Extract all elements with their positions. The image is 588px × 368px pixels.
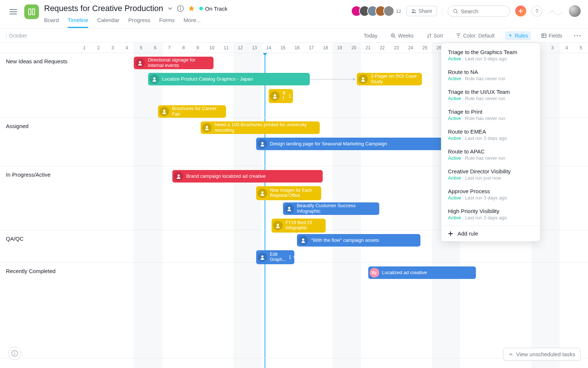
zoom-select[interactable]: Weeks	[388, 31, 417, 40]
svg-point-17	[577, 35, 578, 36]
hamburger-menu-icon[interactable]	[7, 6, 19, 18]
rule-item[interactable]: Route to NAActive · Rule has never run	[441, 65, 540, 85]
tab-progress[interactable]: Progress	[128, 17, 150, 28]
tab-forms[interactable]: Forms	[159, 17, 175, 28]
share-button[interactable]: Share	[406, 6, 437, 16]
task-bar[interactable]: Localize Product Catalog Graphics - Japa…	[148, 73, 310, 85]
task-bar[interactable]: New Images for Each Regional Office	[256, 186, 322, 200]
add-rule-button[interactable]: Add rule	[441, 226, 540, 241]
search-field[interactable]	[461, 8, 505, 14]
add-rule-label: Add rule	[458, 230, 478, 237]
assignee-avatar	[284, 204, 294, 213]
task-bar[interactable]: B f1	[269, 89, 293, 103]
task-bar[interactable]: Directional signage for internal events	[134, 57, 213, 69]
date-cell: 10	[205, 43, 219, 53]
project-status[interactable]: On Track	[199, 6, 227, 12]
date-cell: 9	[191, 43, 205, 53]
task-title: Design landing page for Seasonal Marketi…	[270, 141, 387, 147]
search-input[interactable]	[448, 6, 510, 17]
task-bar[interactable]: 2-Pager on ROI Case Study	[357, 73, 422, 85]
rules-label: Rules	[515, 33, 528, 39]
assignee-avatar	[159, 107, 169, 116]
rule-item[interactable]: High Priority VisibilityActive · Last ru…	[441, 204, 540, 224]
date-cell: 25	[418, 43, 432, 53]
rule-item[interactable]: Triage to the Graphics TeamActive · Last…	[441, 45, 540, 65]
toolbar-more-icon[interactable]	[573, 33, 582, 38]
sort-icon	[427, 33, 431, 38]
section-label[interactable]: Assigned	[6, 123, 29, 129]
rule-item[interactable]: Approve ProcessActive · Last run 3 days …	[441, 184, 540, 204]
view-unscheduled-button[interactable]: View unscheduled tasks	[503, 348, 581, 361]
rule-item[interactable]: Route to EMEAActive · Last run 3 days ag…	[441, 125, 540, 145]
task-bar[interactable]: Need a 100 Brochures printed for univers…	[201, 121, 320, 134]
rule-item[interactable]: Triage to the UI/UX TeamActive · Rule ha…	[441, 85, 540, 105]
assignee-avatar	[174, 171, 183, 181]
task-bar[interactable]: "With the flow" campaign assets	[297, 234, 420, 247]
member-avatars[interactable]: 12	[354, 6, 401, 17]
svg-point-27	[261, 191, 263, 194]
tab-calendar[interactable]: Calendar	[97, 17, 119, 28]
add-button[interactable]	[515, 6, 526, 17]
search-icon	[453, 8, 458, 14]
rules-button[interactable]: Rules	[505, 31, 531, 40]
svg-point-6	[414, 10, 415, 11]
star-icon[interactable]	[188, 5, 195, 12]
date-cell: 14	[262, 43, 276, 53]
help-fab[interactable]	[8, 347, 21, 360]
svg-point-26	[178, 174, 180, 177]
color-button[interactable]: Color: Default	[453, 31, 498, 40]
people-icon	[411, 8, 416, 14]
date-cell: 11	[219, 43, 233, 53]
date-cell: 4	[120, 43, 134, 53]
task-title: Beautify Customer Success Infographic	[297, 203, 376, 214]
assignee-avatar	[135, 58, 145, 68]
svg-point-21	[362, 77, 364, 79]
help-button[interactable]: ?	[531, 6, 542, 17]
task-bar[interactable]: Beautify Customer Success Infographic	[283, 202, 380, 215]
info-icon[interactable]	[177, 5, 184, 12]
rule-name: Creative Director Visibility	[448, 168, 533, 174]
chevron-up-icon	[509, 352, 513, 357]
tab-more[interactable]: More...	[184, 17, 201, 28]
date-cell: 5	[574, 43, 588, 53]
svg-point-24	[206, 126, 208, 128]
rule-item[interactable]: Triage to PrintActive · Rule has never r…	[441, 105, 540, 125]
workspace-logo[interactable]	[548, 6, 564, 17]
svg-point-5	[412, 9, 414, 11]
project-icon[interactable]	[24, 4, 39, 19]
rule-item[interactable]: Route to APACActive · Rule has never run	[441, 145, 540, 164]
assignee-avatar	[258, 139, 267, 149]
today-button[interactable]: Today	[361, 31, 380, 40]
sort-button[interactable]: Sort	[424, 31, 446, 40]
section-label[interactable]: Recently Completed	[6, 268, 55, 274]
svg-point-25	[261, 142, 263, 144]
task-title: Brand campaign localized ad creative	[186, 174, 266, 179]
status-label: On Track	[205, 6, 227, 12]
date-cell: 24	[404, 43, 418, 53]
project-title[interactable]: Requests for Creative Production	[44, 4, 163, 13]
tab-board[interactable]: Board	[44, 17, 59, 28]
user-avatar[interactable]	[569, 5, 581, 17]
task-bar[interactable]: RyLocalized ad creative	[368, 266, 476, 279]
date-cell: 3	[545, 43, 560, 53]
section-label[interactable]: QA/QC	[6, 236, 24, 242]
chevron-down-icon[interactable]	[168, 6, 173, 11]
rule-item[interactable]: Creative Director VisibilityActive · Las…	[441, 164, 540, 184]
assignee-avatar	[358, 74, 368, 84]
lightning-icon	[508, 33, 513, 38]
task-title: "With the flow" campaign assets	[311, 238, 379, 243]
filter-icon	[456, 33, 461, 38]
date-cell: 15	[276, 43, 290, 53]
svg-line-8	[456, 12, 458, 13]
fields-button[interactable]: Fields	[538, 31, 565, 40]
section-label[interactable]: New Ideas and Requests	[6, 58, 68, 64]
rule-name: High Priority Visibility	[448, 208, 533, 214]
task-bar[interactable]: Edit Graph...1	[256, 250, 294, 264]
rule-meta: Active · Last run 3 days ago	[448, 135, 533, 141]
sort-label: Sort	[434, 33, 443, 39]
task-bar[interactable]: Brand campaign localized ad creative	[172, 170, 323, 183]
tab-timeline[interactable]: Timeline	[68, 17, 88, 28]
section-label[interactable]: In Progress/Active	[6, 171, 51, 178]
task-bar[interactable]: Brochures for Career Fair	[158, 105, 226, 118]
date-cell: 8	[176, 43, 191, 53]
